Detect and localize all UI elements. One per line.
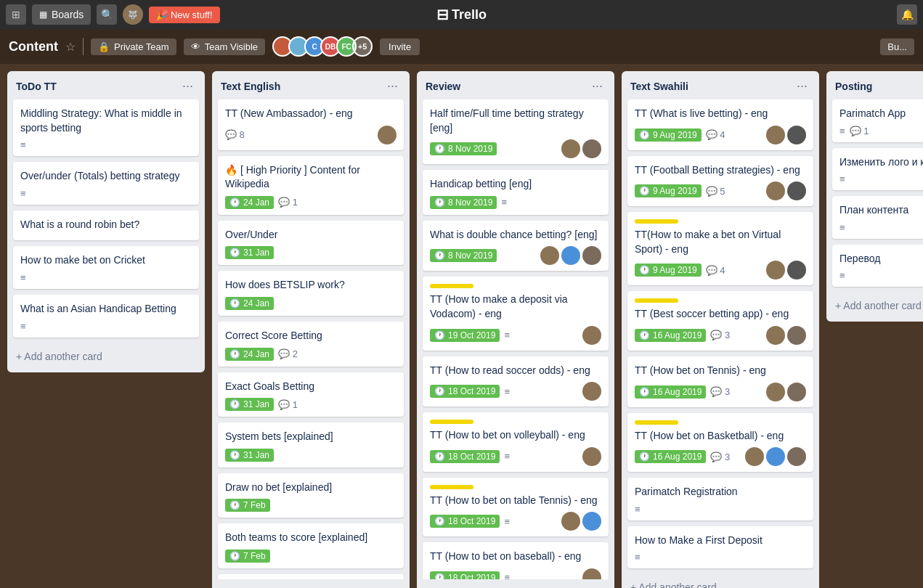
card-r5[interactable]: TT (How to read soccer odds) - eng🕐 18 O…	[423, 356, 609, 407]
card-te3[interactable]: Over/Under🕐 31 Jan	[218, 221, 404, 266]
add-card-button-text-english[interactable]: + Add another card	[218, 582, 404, 588]
card-desc-icon-ts8: ≡	[635, 552, 641, 563]
add-card-button-review[interactable]: + Add another card	[423, 582, 609, 588]
card-ts8[interactable]: How to Make a First Deposit≡	[627, 526, 813, 569]
card-ts2[interactable]: TT (Football Betting strategies) - eng🕐 …	[627, 156, 813, 207]
card-p4[interactable]: Перевод≡	[832, 245, 923, 287]
card-desc-icon-c5: ≡	[20, 321, 26, 332]
card-comment-ts6: 💬 3	[710, 452, 730, 462]
card-avatar-ts4-1	[787, 326, 806, 345]
card-te2[interactable]: 🔥 [ High Priority ] Content for Wikipedi…	[218, 156, 404, 215]
card-desc-icon-p4: ≡	[839, 270, 845, 281]
card-te1[interactable]: TT (New Ambassador) - eng💬 8	[218, 99, 404, 150]
team-visible-button[interactable]: 👁 Team Visible	[184, 38, 265, 55]
clock-icon: 🕐	[434, 144, 445, 154]
card-ts3[interactable]: TT(How to make a bet on Virtual Sport) -…	[627, 212, 813, 285]
card-avatars-r4	[582, 326, 601, 345]
card-ts1[interactable]: TT (What is live betting) - eng🕐 9 Aug 2…	[627, 99, 813, 150]
clock-icon: 🕐	[229, 298, 240, 309]
invite-button[interactable]: Invite	[380, 38, 420, 55]
list-footer-text-english: + Add another card	[212, 579, 410, 588]
search-button[interactable]: 🔍	[97, 4, 117, 25]
card-te9[interactable]: Both teams to score [explained]🕐 7 Feb	[218, 523, 404, 568]
card-c5[interactable]: What is an Asian Handicap Betting≡	[13, 295, 199, 338]
card-ts5[interactable]: TT (How bet on Tennis) - eng🕐 16 Aug 201…	[627, 356, 813, 407]
card-avatar-r1-1	[582, 139, 601, 158]
card-meta-te4: 🕐 24 Jan	[225, 297, 397, 310]
card-r4[interactable]: TT (How to make a deposit via Vodacom) -…	[423, 277, 609, 350]
card-p3[interactable]: План контента≡	[832, 196, 923, 239]
add-card-button-todo[interactable]: + Add another card	[13, 346, 199, 367]
list-cards-posting: Parimatch App≡💬 1Изменить лого и кар...≡…	[826, 99, 923, 293]
card-avatar-ts2-0	[766, 181, 785, 200]
card-avatars-ts4	[766, 326, 806, 345]
card-avatar-r7-1	[582, 512, 601, 531]
card-title-ts1: TT (What is live betting) - eng	[635, 107, 806, 121]
card-ts7[interactable]: Parimatch Registration≡	[627, 478, 813, 520]
list-menu-review[interactable]: ···	[589, 78, 606, 94]
card-te8[interactable]: Draw no bet [explained]🕐 7 Feb	[218, 473, 404, 518]
card-te6[interactable]: Exact Goals Betting🕐 31 Jan💬 1	[218, 372, 404, 417]
member-more[interactable]: +5	[352, 36, 373, 57]
card-r3[interactable]: What is double chance betting? [eng]🕐 8 …	[423, 221, 609, 271]
add-card-button-posting[interactable]: + Add another card	[832, 295, 923, 316]
home-icon[interactable]: ⊞	[6, 4, 26, 25]
private-team-button[interactable]: 🔒 Private Team	[91, 38, 176, 55]
card-title-te6: Exact Goals Betting	[225, 380, 397, 394]
list-menu-text-swahili[interactable]: ···	[794, 78, 810, 94]
list-cards-todo: Middling Strategy: What is middle in spo…	[7, 99, 205, 343]
card-meta-ts1: 🕐 9 Aug 2019💬 4	[635, 126, 806, 144]
list-header-text-swahili: Text Swahili···	[622, 71, 819, 99]
clock-icon: 🕐	[229, 450, 240, 460]
card-p2[interactable]: Изменить лого и кар...≡	[832, 148, 923, 191]
card-desc-icon-c1: ≡	[20, 139, 26, 150]
list-header-posting: Posting···	[826, 71, 923, 99]
card-c4[interactable]: How to make bet on Cricket≡	[13, 246, 199, 289]
card-meta-te6: 🕐 31 Jan💬 1	[225, 398, 397, 411]
card-meta-te5: 🕐 24 Jan💬 2	[225, 348, 397, 361]
card-label-strip	[430, 485, 473, 489]
card-r6[interactable]: TT (How to bet on volleyball) - eng🕐 18 …	[423, 412, 609, 472]
user-avatar[interactable]: 🐺	[123, 4, 143, 25]
card-r8[interactable]: TT (How to bet on baseball) - eng🕐 18 Oc…	[423, 542, 609, 579]
star-icon[interactable]: ☆	[65, 40, 76, 54]
butler-button[interactable]: Bu...	[880, 38, 914, 55]
card-te5[interactable]: Correct Score Betting🕐 24 Jan💬 2	[218, 322, 404, 367]
bell-button[interactable]: 🔔	[897, 4, 917, 25]
card-title-ts8: How to Make a First Deposit	[635, 534, 806, 548]
lists-area: ToDo TT···Middling Strategy: What is mid…	[0, 64, 923, 588]
card-te10[interactable]: Goals Odd/even [explained]🕐 7 Feb	[218, 574, 404, 579]
card-date-te9: 🕐 7 Feb	[225, 550, 270, 563]
boards-button[interactable]: ▦ Boards	[32, 4, 91, 25]
card-avatars-ts5	[766, 383, 806, 401]
card-c3[interactable]: What is a round robin bet?	[13, 211, 199, 241]
card-avatar-ts6-2	[787, 447, 806, 466]
card-p1[interactable]: Parimatch App≡💬 1	[832, 99, 923, 142]
card-te7[interactable]: System bets [explained]🕐 31 Jan	[218, 422, 404, 467]
card-avatars-r8	[582, 568, 601, 579]
card-comment-te1: 💬 8	[225, 129, 245, 140]
card-title-ts2: TT (Football Betting strategies) - eng	[635, 163, 806, 178]
card-avatar-ts6-0	[745, 447, 764, 466]
card-r2[interactable]: Handicap betting [eng]🕐 8 Nov 2019≡	[423, 170, 609, 215]
board-members: C DB FC +5	[272, 36, 373, 57]
card-desc-icon-p2: ≡	[839, 173, 845, 184]
list-menu-text-english[interactable]: ···	[384, 78, 401, 94]
card-ts4[interactable]: TT (Best soccer betting app) - eng🕐 16 A…	[627, 291, 813, 351]
list-menu-todo[interactable]: ···	[179, 78, 196, 94]
board-right: Bu...	[880, 38, 914, 55]
card-ts6[interactable]: TT (How bet on Basketball) - eng🕐 16 Aug…	[627, 413, 813, 473]
new-stuff-button[interactable]: 🎉 New stuff!	[149, 7, 219, 23]
clock-icon: 🕐	[229, 197, 240, 208]
card-te4[interactable]: How does BETSLIP work?🕐 24 Jan	[218, 271, 404, 316]
card-comment-te2: 💬 1	[278, 197, 298, 208]
card-meta-r7: 🕐 18 Oct 2019≡	[430, 512, 601, 531]
card-c2[interactable]: Over/under (Totals) betting strategy≡	[13, 162, 199, 205]
card-c1[interactable]: Middling Strategy: What is middle in spo…	[13, 99, 199, 156]
add-card-button-text-swahili[interactable]: + Add another card	[627, 577, 813, 588]
card-r7[interactable]: TT (How to bet on table Tennis) - eng🕐 1…	[423, 478, 609, 537]
card-r1[interactable]: Half time/Full time betting strategy [en…	[423, 99, 609, 164]
card-avatar-ts1-0	[766, 126, 785, 144]
card-meta-c1: ≡	[20, 139, 192, 150]
list-footer-todo: + Add another card	[7, 343, 205, 372]
